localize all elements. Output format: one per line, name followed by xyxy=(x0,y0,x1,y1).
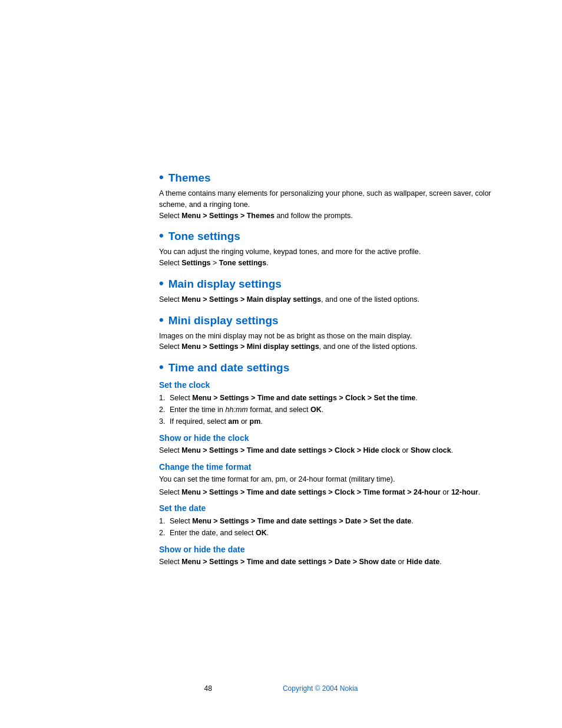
main-display-content: Select Menu > Settings > Main display se… xyxy=(159,294,503,305)
subsection-set-date: Set the date Select Menu > Settings > Ti… xyxy=(159,503,503,539)
subsection-set-clock: Set the clock Select Menu > Settings > T… xyxy=(159,380,503,427)
subsection-show-hide-date: Show or hide the date Select Menu > Sett… xyxy=(159,545,503,568)
section-title-main-display: • Main display settings xyxy=(159,277,503,291)
tone-content: You can adjust the ringing volume, keypa… xyxy=(159,246,503,269)
show-hide-date-title: Show or hide the date xyxy=(159,545,503,554)
section-title-mini-display: • Mini display settings xyxy=(159,314,503,327)
set-clock-list: Select Menu > Settings > Time and date s… xyxy=(167,392,503,427)
themes-content: A theme contains many elements for perso… xyxy=(159,188,503,221)
change-time-format-title: Change the time format xyxy=(159,462,503,472)
main-display-title: Main display settings xyxy=(168,278,282,291)
tone-title: Tone settings xyxy=(168,230,240,243)
section-title-themes: • Themes xyxy=(159,171,503,185)
time-date-content: Set the clock Select Menu > Settings > T… xyxy=(159,380,503,568)
section-themes: • Themes A theme contains many elements … xyxy=(159,171,503,221)
main-display-body: Select Menu > Settings > Main display se… xyxy=(159,294,503,305)
section-main-display: • Main display settings Select Menu > Se… xyxy=(159,277,503,305)
themes-title: Themes xyxy=(168,172,211,185)
set-date-step-1: Select Menu > Settings > Time and date s… xyxy=(167,515,503,527)
tone-body: You can adjust the ringing volume, keypa… xyxy=(159,246,503,269)
bullet-tone: • xyxy=(159,229,164,242)
page-number: 48 xyxy=(204,684,212,693)
set-clock-title: Set the clock xyxy=(159,380,503,390)
show-hide-date-body: Select Menu > Settings > Time and date s… xyxy=(159,556,503,568)
bullet-mini-display: • xyxy=(159,314,164,327)
show-hide-clock-title: Show or hide the clock xyxy=(159,433,503,443)
set-clock-step-1: Select Menu > Settings > Time and date s… xyxy=(167,392,503,404)
bullet-main-display: • xyxy=(159,277,164,290)
mini-display-content: Images on the mini display may not be as… xyxy=(159,331,503,353)
show-hide-clock-body: Select Menu > Settings > Time and date s… xyxy=(159,445,503,456)
subsection-show-hide-clock: Show or hide the clock Select Menu > Set… xyxy=(159,433,503,456)
set-clock-step-2: Enter the time in hh:mm format, and sele… xyxy=(167,404,503,416)
section-mini-display: • Mini display settings Images on the mi… xyxy=(159,314,503,353)
section-tone-settings: • Tone settings You can adjust the ringi… xyxy=(159,229,503,269)
mini-display-title: Mini display settings xyxy=(168,314,279,327)
change-time-format-body: Select Menu > Settings > Time and date s… xyxy=(159,487,503,498)
copyright: Copyright © 2004 Nokia xyxy=(283,684,358,693)
themes-body: A theme contains many elements for perso… xyxy=(159,188,503,221)
change-time-format-desc: You can set the time format for am, pm, … xyxy=(159,474,503,485)
subsection-change-time-format: Change the time format You can set the t… xyxy=(159,462,503,498)
bullet-time-date: • xyxy=(159,361,164,374)
section-title-tone: • Tone settings xyxy=(159,229,503,243)
set-date-title: Set the date xyxy=(159,503,503,513)
set-date-list: Select Menu > Settings > Time and date s… xyxy=(167,515,503,539)
bullet-themes: • xyxy=(159,171,164,184)
set-date-step-2: Enter the date, and select OK. xyxy=(167,527,503,539)
section-title-time-date: • Time and date settings xyxy=(159,361,503,374)
content-area: • Themes A theme contains many elements … xyxy=(159,0,503,635)
footer: 48 Copyright © 2004 Nokia xyxy=(0,684,562,693)
page: • Themes A theme contains many elements … xyxy=(0,0,562,728)
set-clock-step-3: If required, select am or pm. xyxy=(167,416,503,427)
mini-display-body: Images on the mini display may not be as… xyxy=(159,331,503,353)
time-date-title: Time and date settings xyxy=(168,361,290,374)
section-time-date: • Time and date settings Set the clock S… xyxy=(159,361,503,568)
